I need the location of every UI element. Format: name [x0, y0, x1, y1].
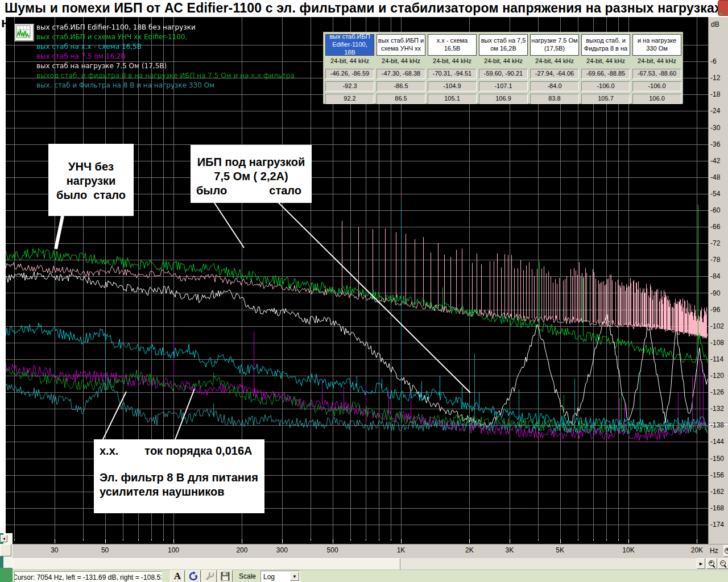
table-column: нагрузке 7.5 Ом (17,5В)24-bit, 44 kHz-27…	[530, 34, 579, 104]
db-tick-label: -168	[710, 504, 727, 512]
save-icon	[220, 571, 230, 581]
zoom-out-button[interactable]: −	[718, 558, 728, 569]
partial-button[interactable]	[0, 544, 11, 556]
zoom-in-button-partial[interactable]: +	[723, 545, 728, 557]
legend-item[interactable]: вых стаб на х.х - схема 16,5В	[36, 43, 142, 51]
horizontal-scrollbar[interactable]: ▸ + −	[5, 558, 728, 569]
db-tick-label: -48	[710, 173, 727, 181]
freq-tick-label: 1K	[397, 546, 406, 554]
table-column: вых стаб.ИБП и схема УНЧ хх24-bit, 44 kH…	[377, 34, 425, 104]
table-cell: 24-bit, 44 kHz	[377, 57, 425, 66]
db-tick-label: -12	[710, 74, 727, 82]
measurement-table: вых стаб.ИБП Edifier-1100, 18В24-bit, 44…	[323, 32, 683, 104]
table-cell: -67.53, -88.60	[632, 69, 681, 79]
table-column: выход стаб. и Фидьтра 8 в на24-bit, 44 k…	[581, 34, 630, 104]
table-column: вых стаб на 7,5 ом 16,2В24-bit, 44 kHz-5…	[479, 34, 528, 104]
scroll-left-button-partial[interactable]: ◂	[1, 535, 7, 542]
table-cell: -59.60, -90.21	[479, 69, 528, 79]
annotation-text: ИБП под нагрузкой	[191, 155, 312, 169]
annotation-text: 7,5 Ом ( 2,2А)	[191, 169, 312, 184]
column-header[interactable]: нагрузке 7.5 Ом (17,5В)	[530, 34, 579, 56]
db-tick-label: -132	[710, 405, 727, 413]
db-tick-label: -96	[710, 306, 727, 314]
db-tick-label: -108	[710, 339, 727, 347]
column-header[interactable]: х.х - схема 16,5В	[428, 34, 477, 56]
db-unit-label: dB	[711, 20, 719, 28]
font-button[interactable]: A	[170, 570, 185, 582]
table-cell: -106.0	[581, 81, 630, 92]
table-cell: 105.1	[428, 94, 477, 104]
column-header[interactable]: выход стаб. и Фидьтра 8 в на	[581, 34, 630, 56]
wrench-icon	[204, 571, 214, 581]
dropdown-arrow-icon[interactable]: ▼	[290, 572, 299, 581]
freq-tick-label: 500	[327, 546, 338, 554]
column-header[interactable]: вых стаб на 7,5 ом 16,2В	[479, 34, 528, 56]
freq-tick-label: 100	[168, 546, 179, 554]
legend-item[interactable]: вых стаб на нагрузке 7.5 Ом (17,5В)	[36, 62, 167, 70]
spectrum-icon[interactable]	[15, 24, 34, 41]
db-tick-label: -6	[710, 57, 727, 65]
save-button[interactable]	[218, 570, 233, 582]
db-tick-label: -126	[710, 388, 727, 396]
table-cell: -70.31, -94.51	[428, 69, 477, 79]
page-title: Шумы и помехи ИБП от АС Edifier-1100 с э…	[5, 1, 728, 16]
table-cell: 106.9	[479, 94, 528, 104]
table-cell: 24-bit, 44 kHz	[632, 57, 681, 66]
db-tick-label: -150	[710, 455, 727, 463]
status-bar: Cursor: 7054 Hz, left = -131.69 dB, righ…	[0, 569, 728, 582]
db-tick-label: -120	[710, 372, 727, 380]
freq-tick-label: 20K	[691, 546, 703, 554]
table-cell: 83.8	[530, 94, 579, 104]
setup-button[interactable]	[202, 570, 217, 582]
freq-tick-label: 50	[101, 546, 109, 554]
db-tick-label: -66	[710, 223, 727, 231]
scroll-right-button[interactable]: ▸	[697, 558, 705, 569]
legend-item[interactable]: вых стаб.ИБП и схема УНЧ хх Edifier-1100…	[36, 33, 187, 41]
table-cell: 24-bit, 44 kHz	[530, 57, 579, 66]
legend-item[interactable]: вых стаб на 7,5 ом 16,2В	[36, 52, 126, 60]
zoom-in-button[interactable]: +	[706, 558, 717, 569]
column-header[interactable]: вых стаб.ИБП и схема УНЧ хх	[377, 34, 425, 56]
db-tick-label: -138	[710, 421, 727, 429]
annotation-text: Эл. фильтр 8 В для питания	[100, 471, 259, 485]
legend-item[interactable]: выход стаб. и фидьтра 8 в на нагрузке ИБ…	[36, 72, 295, 80]
table-cell: -47.30, -68.38	[377, 69, 425, 79]
table-cell: -104.9	[428, 81, 477, 92]
db-tick-label: -42	[710, 157, 727, 165]
table-column: х.х - схема 16,5В24-bit, 44 kHz-70.31, -…	[428, 34, 477, 104]
table-cell: 24-bit, 44 kHz	[581, 57, 630, 66]
db-axis[interactable]: dB -6-12-18-24-30-36-42-48-54-60-66-72-7…	[708, 17, 728, 544]
scrollbar-thumb[interactable]	[13, 558, 400, 570]
annotation-text: стало	[269, 184, 301, 198]
freq-tick-label: 5K	[556, 546, 564, 554]
table-cell: -46.26, -86.59	[325, 69, 374, 79]
freq-tick-label: 200	[236, 546, 247, 554]
table-cell: 86.5	[377, 94, 425, 104]
cursor-readout: Cursor: 7054 Hz, left = -131.69 dB, righ…	[14, 571, 162, 582]
freq-tick-label: 3K	[506, 546, 514, 554]
column-header[interactable]: и на нагрузке 330 Ом	[632, 34, 681, 56]
freq-tick-label: 300	[276, 546, 288, 554]
frequency-axis: Hz + 30501002003005001K2K3K5K10K20K	[5, 544, 728, 559]
annotation-text: ток порядка 0,016А	[144, 444, 252, 458]
desktop-corner	[0, 568, 13, 582]
table-column: и на нагрузке 330 Ом24-bit, 44 kHz-67.53…	[632, 34, 681, 104]
db-tick-label: -60	[710, 206, 727, 214]
table-cell[interactable]: вых стаб.ИБП Edifier-1100, 18В	[325, 34, 374, 56]
scale-label: Scale	[239, 572, 256, 580]
annotation-text: было	[196, 184, 227, 198]
refresh-button[interactable]	[186, 570, 201, 582]
db-tick-label: -156	[710, 471, 727, 479]
legend-item[interactable]: вых. стаб и Фильтра на 8 В и на нагрузке…	[36, 81, 214, 89]
db-tick-label: -18	[710, 90, 727, 98]
db-tick-label: -36	[710, 140, 727, 148]
scale-dropdown[interactable]: Log ▼	[260, 571, 300, 582]
refresh-icon	[188, 571, 198, 581]
annotation-text: х.х.	[100, 444, 118, 458]
table-cell: -106.0	[632, 81, 681, 92]
db-tick-label: -24	[710, 107, 727, 115]
db-tick-label: -162	[710, 488, 727, 496]
annotation-box-filter: х.х. ток порядка 0,016А Эл. фильтр 8 В д…	[94, 439, 264, 513]
db-tick-label: -102	[710, 322, 727, 330]
legend-item[interactable]: вых стаб.ИБП Edifier-1100, 18В без нагру…	[36, 23, 196, 31]
